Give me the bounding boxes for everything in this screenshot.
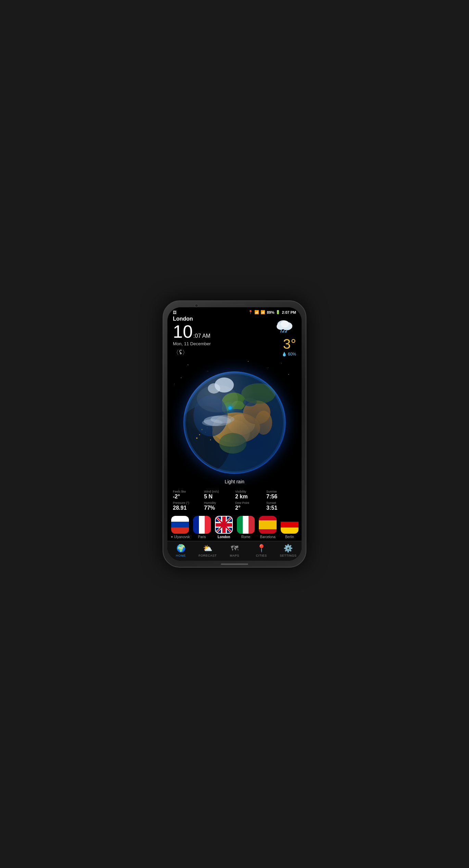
sunrise-label: Sunrise bbox=[266, 490, 296, 493]
share-icon[interactable]: 〈ʢ〉 bbox=[173, 348, 211, 357]
cities-nav-icon: 📍 bbox=[257, 544, 266, 553]
screen-content: 🖼 📍 📶 📶 89% 🔋 2:07 PM London 10 bbox=[167, 307, 302, 561]
city-label-paris: Paris bbox=[198, 535, 206, 539]
precip-value: 60% bbox=[288, 352, 296, 357]
weather-right-panel: 3° 💧 60% bbox=[274, 316, 296, 357]
battery-icon: 🔋 bbox=[276, 310, 280, 314]
photo-icon: 🖼 bbox=[173, 310, 177, 314]
city-label-berlin: Berlin bbox=[285, 535, 294, 539]
earth-globe[interactable] bbox=[183, 371, 286, 474]
nav-item-forecast[interactable]: ⛅ FORECAST bbox=[194, 544, 221, 557]
feels-like-value: -2° bbox=[173, 494, 203, 500]
maps-nav-label: MAPS bbox=[230, 554, 239, 557]
city-flag-germany[interactable] bbox=[281, 516, 299, 534]
nav-item-maps[interactable]: 🗺 MAPS bbox=[221, 544, 248, 557]
time-small: :07 AM bbox=[193, 333, 211, 339]
forecast-nav-icon: ⛅ bbox=[203, 544, 212, 553]
settings-nav-icon: ⚙️ bbox=[283, 544, 293, 553]
phone-screen: 🖼 📍 📶 📶 89% 🔋 2:07 PM London 10 bbox=[167, 307, 302, 561]
time-big: 10 bbox=[173, 323, 193, 340]
city-item-barcelona[interactable]: Barcelona bbox=[258, 516, 278, 539]
humidity-value: 77% bbox=[204, 505, 234, 511]
svg-line-6 bbox=[286, 330, 287, 332]
wind-panel: Wind (m/s) 5 N bbox=[204, 490, 234, 500]
globe-container[interactable]: Light rain bbox=[167, 358, 302, 487]
pressure-panel: Pressure (") 28.91 bbox=[173, 501, 203, 511]
city-label-barcelona: Barcelona bbox=[260, 535, 275, 539]
temperature: 3° bbox=[274, 336, 296, 352]
uk-red-vertical bbox=[222, 517, 226, 533]
humidity-panel: Humidity 77% bbox=[204, 501, 234, 511]
status-right: 📍 📶 📶 89% 🔋 2:07 PM bbox=[248, 310, 296, 314]
visibility-value: 2 km bbox=[235, 494, 265, 500]
city-label-rome: Rome bbox=[241, 535, 251, 539]
city-item-london[interactable]: London bbox=[214, 516, 234, 539]
svg-line-7 bbox=[282, 331, 283, 333]
nav-item-home[interactable]: 🌍 HOME bbox=[167, 544, 194, 557]
time-display: 10 :07 AM bbox=[173, 323, 211, 340]
weather-details-grid: Feels like -2° Wind (m/s) 5 N Visibility… bbox=[167, 487, 302, 514]
top-weather-panel: London 10 :07 AM Mon, 11 December 〈ʢ〉 bbox=[167, 316, 302, 358]
city-item-berlin[interactable]: Berlin bbox=[280, 516, 300, 539]
status-time: 2:07 PM bbox=[282, 310, 296, 314]
home-nav-label: HOME bbox=[176, 554, 186, 557]
city-item-paris[interactable]: Paris bbox=[192, 516, 212, 539]
precipitation: 💧 60% bbox=[274, 352, 296, 357]
globe-overlay bbox=[183, 371, 286, 474]
svg-line-8 bbox=[285, 331, 286, 333]
date-display: Mon, 11 December bbox=[173, 341, 211, 346]
city-flag-uk[interactable] bbox=[215, 516, 233, 534]
city-flag-russia[interactable] bbox=[171, 516, 189, 534]
camera bbox=[195, 304, 198, 307]
weather-condition-label: Light rain bbox=[225, 479, 244, 484]
battery-text: 89% bbox=[267, 310, 274, 314]
sunrise-panel: Sunrise 7:56 bbox=[266, 490, 296, 500]
pressure-value: 28.91 bbox=[173, 505, 203, 511]
wind-label: Wind (m/s) bbox=[204, 490, 234, 493]
phone-frame: 🖼 📍 📶 📶 89% 🔋 2:07 PM London 10 bbox=[163, 300, 306, 568]
humidity-label: Humidity bbox=[204, 501, 234, 505]
city-flag-spain[interactable] bbox=[259, 516, 277, 534]
precip-dot: 💧 bbox=[282, 352, 287, 357]
svg-line-4 bbox=[281, 330, 281, 332]
feels-like-label: Feels like bbox=[173, 490, 203, 493]
wifi-icon: 📶 bbox=[254, 310, 259, 314]
city-name: London bbox=[173, 316, 211, 322]
status-bar: 🖼 📍 📶 📶 89% 🔋 2:07 PM bbox=[167, 307, 302, 316]
svg-point-3 bbox=[281, 321, 289, 327]
bottom-navigation[interactable]: 🌍 HOME ⛅ FORECAST 🗺 MAPS 📍 CITIES ⚙️ bbox=[167, 541, 302, 561]
city-label-ulyanovsk: ✦ Ulyanovsk bbox=[170, 535, 190, 539]
location-status-icon: 📍 bbox=[248, 310, 253, 314]
city-label-london: London bbox=[218, 535, 230, 539]
svg-line-5 bbox=[283, 330, 284, 332]
city-flag-france[interactable] bbox=[193, 516, 211, 534]
speaker bbox=[224, 304, 245, 306]
signal-icon: 📶 bbox=[261, 310, 265, 314]
home-bar bbox=[221, 563, 248, 565]
sunset-panel: Sunset 3:51 bbox=[266, 501, 296, 511]
city-flag-italy[interactable] bbox=[237, 516, 255, 534]
dew-point-label: Dew Point bbox=[235, 501, 265, 505]
forecast-nav-label: FORECAST bbox=[199, 554, 217, 557]
city-carousel[interactable]: ✦ Ulyanovsk Paris London bbox=[167, 514, 302, 541]
visibility-panel: Visibility 2 km bbox=[235, 490, 265, 500]
settings-nav-label: SETTINGS bbox=[280, 554, 296, 557]
home-nav-icon: 🌍 bbox=[176, 544, 186, 553]
cities-nav-label: CITIES bbox=[256, 554, 267, 557]
feels-like-panel: Feels like -2° bbox=[173, 490, 203, 500]
city-item-rome[interactable]: Rome bbox=[236, 516, 256, 539]
wind-value: 5 N bbox=[204, 494, 234, 500]
city-item-ulyanovsk[interactable]: ✦ Ulyanovsk bbox=[170, 516, 190, 539]
visibility-label: Visibility bbox=[235, 490, 265, 493]
pressure-label: Pressure (") bbox=[173, 501, 203, 505]
sunrise-value: 7:56 bbox=[266, 494, 296, 500]
weather-condition-icon bbox=[274, 317, 296, 336]
sunset-label: Sunset bbox=[266, 501, 296, 505]
nav-item-cities[interactable]: 📍 CITIES bbox=[248, 544, 275, 557]
nav-item-settings[interactable]: ⚙️ SETTINGS bbox=[275, 544, 302, 557]
status-left: 🖼 bbox=[173, 310, 177, 314]
city-time-panel: London 10 :07 AM Mon, 11 December 〈ʢ〉 bbox=[173, 316, 211, 357]
sunset-value: 3:51 bbox=[266, 505, 296, 511]
dew-point-panel: Dew Point 2° bbox=[235, 501, 265, 511]
maps-nav-icon: 🗺 bbox=[231, 544, 238, 553]
